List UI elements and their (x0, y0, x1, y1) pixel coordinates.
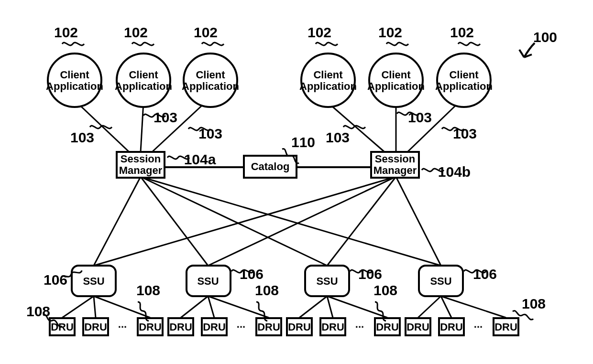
dru-node: DRU (375, 318, 400, 335)
ellipsis: ··· (237, 321, 245, 333)
client-label-line1: Client (60, 69, 89, 81)
dru-node: DRU (256, 318, 281, 335)
svg-text:DRU: DRU (139, 321, 162, 333)
ref-108: 108 (373, 282, 397, 321)
svg-text:106: 106 (358, 266, 382, 282)
svg-text:Client: Client (449, 69, 479, 81)
ref-108: 108 (255, 282, 279, 321)
svg-line-25 (418, 296, 441, 318)
dru-node: DRU (494, 318, 518, 335)
svg-text:102: 102 (194, 24, 218, 40)
ref-103: 103 (397, 109, 432, 125)
ref-103: 103 (442, 126, 477, 141)
svg-text:SSU: SSU (197, 275, 219, 287)
svg-text:Manager: Manager (119, 164, 163, 176)
dru-node: DRU (83, 318, 108, 335)
ref-108: 108 (26, 303, 63, 328)
svg-text:Session: Session (375, 153, 415, 165)
ref-106: 106 (464, 266, 497, 282)
svg-text:102: 102 (378, 24, 402, 40)
svg-text:Session: Session (121, 153, 161, 165)
svg-text:106: 106 (240, 266, 264, 282)
svg-text:102: 102 (54, 24, 78, 40)
svg-text:102: 102 (307, 24, 331, 40)
session-manager-a: Session Manager (117, 152, 165, 178)
ref-102: 102 (450, 24, 480, 45)
svg-text:108: 108 (136, 282, 160, 298)
svg-text:102: 102 (124, 24, 148, 40)
svg-line-18 (94, 296, 150, 318)
svg-text:Application: Application (299, 80, 357, 92)
svg-text:103: 103 (70, 129, 94, 145)
svg-text:Manager: Manager (373, 164, 417, 176)
svg-line-13 (208, 177, 396, 266)
ellipsis: ··· (118, 321, 127, 333)
svg-text:DRU: DRU (376, 321, 399, 333)
ref-102: 102 (54, 24, 84, 45)
svg-text:DRU: DRU (203, 321, 226, 333)
svg-line-14 (327, 177, 396, 266)
svg-line-16 (62, 296, 94, 318)
ref-106: 106 (231, 266, 264, 282)
svg-text:DRU: DRU (257, 321, 280, 333)
dru-node: DRU (202, 318, 227, 335)
catalog-node: Catalog (244, 156, 296, 178)
ref-103: 103 (143, 109, 177, 125)
svg-line-27 (441, 296, 506, 318)
svg-text:Client: Client (129, 69, 158, 81)
client-app-node: Client Application (299, 54, 357, 107)
dru-node: DRU (138, 318, 163, 335)
svg-text:DRU: DRU (440, 321, 463, 333)
dru-node: DRU (287, 318, 312, 335)
svg-text:102: 102 (450, 24, 474, 40)
ssu-node: SSU (419, 266, 463, 296)
svg-line-9 (141, 177, 208, 266)
ref-103: 103 (188, 126, 222, 141)
ref-108: 108 (512, 296, 546, 321)
svg-text:DRU: DRU (288, 321, 311, 333)
client-app-node: Client Application (46, 54, 103, 107)
svg-text:DRU: DRU (494, 321, 517, 333)
ref-102: 102 (378, 24, 408, 45)
ref-103: 103 (70, 126, 112, 145)
dru-node: DRU (406, 318, 430, 335)
svg-text:Catalog: Catalog (251, 161, 290, 172)
svg-text:SSU: SSU (430, 275, 451, 287)
svg-text:DRU: DRU (406, 321, 429, 333)
svg-text:Application: Application (115, 80, 172, 92)
session-manager-b: Session Manager (371, 152, 419, 178)
ellipsis: ··· (355, 321, 364, 333)
svg-text:110: 110 (291, 134, 315, 150)
svg-text:108: 108 (522, 296, 546, 311)
ellipsis: ··· (474, 321, 483, 333)
svg-text:Client: Client (196, 69, 225, 81)
svg-line-23 (327, 296, 333, 318)
svg-text:104a: 104a (184, 151, 216, 167)
svg-line-24 (327, 296, 387, 318)
client-app-node: Client Application (367, 54, 425, 107)
svg-text:SSU: SSU (316, 275, 338, 287)
ssu-node: SSU (72, 266, 116, 296)
svg-line-20 (208, 296, 214, 318)
svg-text:103: 103 (154, 109, 177, 125)
ref-102: 102 (194, 24, 224, 45)
dru-node: DRU (439, 318, 464, 335)
ssu-node: SSU (187, 266, 231, 296)
ref-106: 106 (350, 266, 382, 282)
svg-text:106: 106 (44, 272, 67, 288)
svg-text:108: 108 (373, 282, 397, 298)
ref-100: 100 (519, 29, 557, 57)
svg-text:DRU: DRU (321, 321, 344, 333)
svg-text:Client: Client (313, 69, 343, 81)
ref-103: 103 (326, 126, 365, 145)
svg-text:DRU: DRU (84, 321, 107, 333)
svg-line-12 (94, 177, 396, 266)
client-app-node: Client Application (115, 54, 172, 107)
svg-text:Application: Application (182, 80, 239, 92)
ssu-node: SSU (305, 266, 349, 296)
ref-104b: 104b (422, 164, 471, 180)
ref-108: 108 (136, 282, 160, 321)
svg-text:Application: Application (435, 80, 493, 92)
client-app-node: Client Application (435, 54, 493, 107)
svg-line-8 (94, 177, 141, 266)
